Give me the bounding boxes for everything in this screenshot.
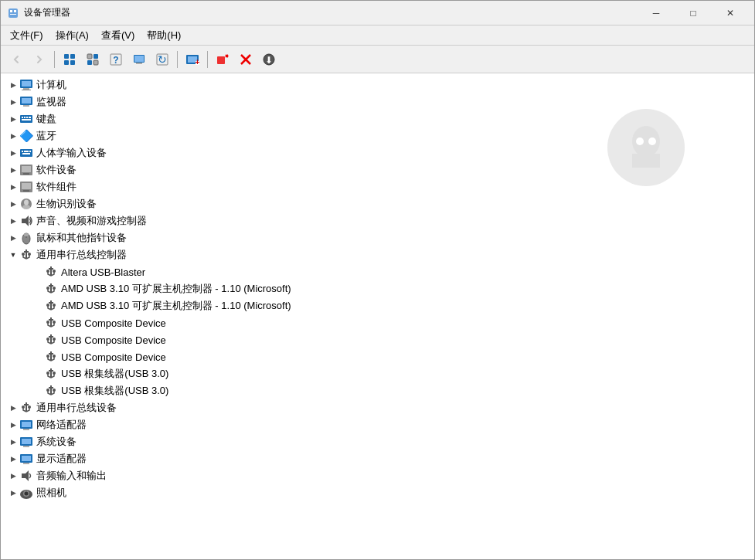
help-button[interactable]: ? xyxy=(105,49,127,70)
expand-mouse[interactable]: ▶ xyxy=(7,232,19,244)
main-content: ▶ 计算机 ▶ 监视器 ▶ 键盘 ▶ xyxy=(1,73,754,559)
amd1-icon xyxy=(44,282,58,296)
tree-item-sysdev[interactable]: ▶ 系统设备 xyxy=(1,433,754,450)
usbroot2-icon xyxy=(44,384,58,398)
minimize-button[interactable]: ─ xyxy=(638,1,674,25)
tree-item-usb[interactable]: ▼ 通用串行总线控制器 xyxy=(1,246,754,263)
expand-monitor[interactable]: ▶ xyxy=(7,96,19,108)
expand-netadapter[interactable]: ▶ xyxy=(7,419,19,431)
svg-rect-53 xyxy=(22,166,31,172)
expand-usb[interactable]: ▼ xyxy=(7,249,19,261)
svg-point-97 xyxy=(25,492,29,496)
usbcomp2-label: USB Composite Device xyxy=(61,334,166,346)
download-button[interactable]: ⬇ xyxy=(258,49,280,70)
svg-rect-42 xyxy=(22,117,23,118)
menu-action[interactable]: 操作(A) xyxy=(49,27,95,44)
expand-hid[interactable]: ▶ xyxy=(7,147,19,159)
expand-audioinout[interactable]: ▶ xyxy=(7,470,19,482)
uninstall-button[interactable] xyxy=(212,49,233,70)
tree-item-usbcomp3[interactable]: USB Composite Device xyxy=(1,348,754,365)
svg-rect-37 xyxy=(22,90,31,90)
tree-item-netadapter[interactable]: ▶ 网络适配器 xyxy=(1,416,754,433)
add-button[interactable]: + xyxy=(182,49,203,70)
tree-item-mouse[interactable]: ▶ 鼠标和其他指针设备 xyxy=(1,229,754,246)
device-manager-window: 设备管理器 ─ □ ✕ 文件(F) 操作(A) 查看(V) 帮助(H) xyxy=(0,0,755,560)
computer-icon xyxy=(19,78,33,92)
expand-camera[interactable]: ▶ xyxy=(7,487,19,499)
tree-item-altera[interactable]: Altera USB-Blaster xyxy=(1,263,754,280)
usbcomp1-icon xyxy=(44,316,58,330)
svg-rect-51 xyxy=(22,153,30,154)
title-bar-buttons: ─ □ ✕ xyxy=(638,1,748,25)
expand-computer[interactable]: ▶ xyxy=(7,79,19,91)
expand-softdev[interactable]: ▶ xyxy=(7,164,19,176)
tree-item-usbdev[interactable]: ▶ 通用串行总线设备 xyxy=(1,399,754,416)
expand-keyboard[interactable]: ▶ xyxy=(7,113,19,125)
refresh-button[interactable]: ↻ xyxy=(151,49,173,70)
netadapter-label: 网络适配器 xyxy=(36,418,87,432)
tree-item-usbcomp1[interactable]: USB Composite Device xyxy=(1,314,754,331)
tree-item-camera[interactable]: ▶ 照相机 xyxy=(1,484,754,501)
svg-point-60 xyxy=(22,205,30,209)
tree-item-amd2[interactable]: AMD USB 3.10 可扩展主机控制器 - 1.10 (Microsoft) xyxy=(1,297,754,314)
usbdev-icon xyxy=(19,401,33,415)
tree-item-usbcomp2[interactable]: USB Composite Device xyxy=(1,331,754,348)
svg-rect-11 xyxy=(94,60,98,65)
svg-rect-7 xyxy=(70,60,75,65)
tree-item-display[interactable]: ▶ 显示适配器 xyxy=(1,450,754,467)
close-button[interactable]: ✕ xyxy=(712,1,748,25)
keyboard-icon xyxy=(19,112,33,126)
tree-item-biometric[interactable]: ▶ 生物识别设备 xyxy=(1,195,754,212)
tree-item-audio[interactable]: ▶ 声音、视频和游戏控制器 xyxy=(1,212,754,229)
svg-rect-57 xyxy=(23,190,29,192)
svg-rect-0 xyxy=(9,8,18,18)
toolbar-sep-1 xyxy=(54,51,55,68)
svg-rect-87 xyxy=(23,429,29,430)
tree-item-usbroot2[interactable]: USB 根集线器(USB 3.0) xyxy=(1,382,754,399)
device-tree[interactable]: ▶ 计算机 ▶ 监视器 ▶ 键盘 ▶ xyxy=(1,73,754,559)
tree-item-audioinout[interactable]: ▶ 音频输入和输出 xyxy=(1,467,754,484)
svg-rect-90 xyxy=(23,446,29,447)
tree-item-amd1[interactable]: AMD USB 3.10 可扩展主机控制器 - 1.10 (Microsoft) xyxy=(1,280,754,297)
back-button[interactable] xyxy=(5,49,27,70)
svg-rect-93 xyxy=(23,463,29,464)
forward-button[interactable] xyxy=(29,49,50,70)
expand-softcomp[interactable]: ▶ xyxy=(7,181,19,193)
svg-rect-10 xyxy=(87,60,92,65)
svg-rect-56 xyxy=(22,183,31,189)
svg-text:+: + xyxy=(196,58,199,66)
computer-button[interactable] xyxy=(128,49,150,70)
menu-view[interactable]: 查看(V) xyxy=(95,27,141,44)
expand-biometric[interactable]: ▶ xyxy=(7,198,19,210)
show-all-button[interactable] xyxy=(59,49,80,70)
svg-rect-49 xyxy=(24,151,29,152)
hide-button[interactable] xyxy=(82,49,104,70)
tree-item-computer[interactable]: ▶ 计算机 xyxy=(1,76,754,93)
mouse-label: 鼠标和其他指针设备 xyxy=(36,231,127,245)
camera-icon xyxy=(19,486,33,500)
menu-file[interactable]: 文件(F) xyxy=(4,27,49,44)
expand-sysdev[interactable]: ▶ xyxy=(7,436,19,448)
usbcomp2-icon xyxy=(44,333,58,347)
expand-display[interactable]: ▶ xyxy=(7,453,19,465)
delete-button[interactable] xyxy=(235,49,257,70)
expand-bluetooth[interactable]: ▶ xyxy=(7,130,19,142)
usbcomp1-label: USB Composite Device xyxy=(61,317,166,329)
svg-rect-48 xyxy=(22,151,23,152)
maximize-button[interactable]: □ xyxy=(675,1,711,25)
svg-marker-94 xyxy=(22,470,29,481)
tree-item-usbroot1[interactable]: USB 根集线器(USB 3.0) xyxy=(1,365,754,382)
softcomp-label: 软件组件 xyxy=(36,180,77,194)
computer-label: 计算机 xyxy=(36,78,66,92)
svg-marker-61 xyxy=(22,216,29,226)
softdev-label: 软件设备 xyxy=(36,163,77,177)
svg-rect-23 xyxy=(217,56,225,64)
monitor-label: 监视器 xyxy=(36,95,66,109)
usbdev-label: 通用串行总线设备 xyxy=(36,401,117,415)
svg-rect-1 xyxy=(10,10,12,12)
usbroot2-label: USB 根集线器(USB 3.0) xyxy=(61,384,168,398)
menu-help[interactable]: 帮助(H) xyxy=(141,27,187,44)
expand-audio[interactable]: ▶ xyxy=(7,215,19,227)
expand-usbdev[interactable]: ▶ xyxy=(7,402,19,414)
monitor-icon xyxy=(19,95,33,109)
